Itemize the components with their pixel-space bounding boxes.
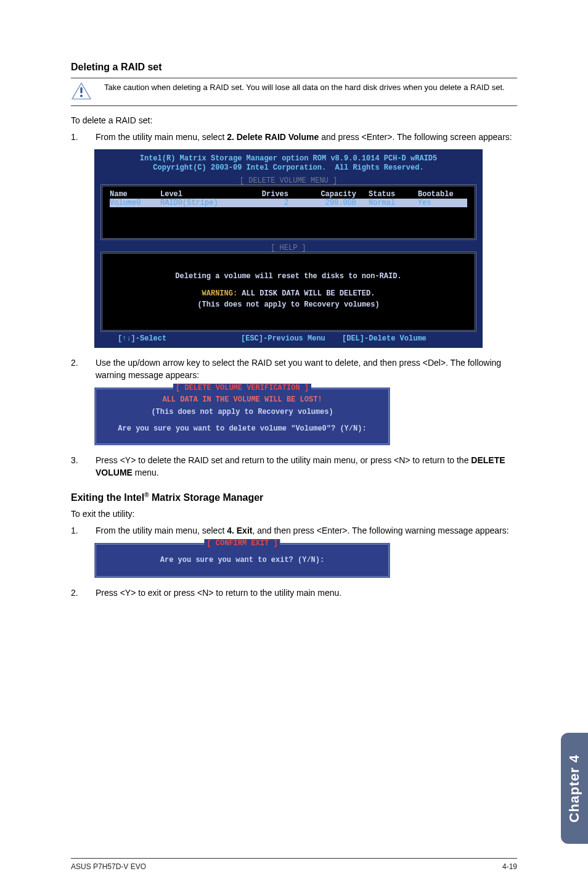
step-text: From the utility main menu, select 4. Ex…	[96, 524, 517, 537]
step-number: 3.	[71, 454, 80, 479]
step-number: 2.	[71, 357, 80, 382]
svg-rect-0	[80, 87, 82, 93]
help-line3: (This does not apply to Recovery volumes…	[110, 299, 467, 310]
dialog-confirm-exit: [ CONFIRM EXIT ] Are you sure you want t…	[94, 543, 390, 578]
divider	[71, 105, 517, 106]
list-item: 1. From the utility main menu, select 4.…	[71, 524, 517, 537]
svg-point-1	[80, 95, 83, 97]
dialog-prompt: Are you sure you want to exit? (Y/N):	[108, 555, 376, 566]
frame-label-help: [ HELP ]	[100, 244, 476, 252]
caution-callout: Take caution when deleting a RAID set. Y…	[71, 82, 517, 101]
table-row: Volume0 RAID0(Stripe) 2 298.0GB Normal Y…	[110, 199, 467, 207]
step-text: Use the up/down arrow key to select the …	[96, 357, 517, 382]
col-bootable: Bootable	[418, 190, 467, 199]
key-prev-menu: [ESC]-Previous Menu	[241, 334, 342, 343]
list-item: 3. Press <Y> to delete the RAID set and …	[71, 454, 517, 479]
step-number: 2.	[71, 587, 80, 599]
heading-exiting-intel: Exiting the Intel® Matrix Storage Manage…	[71, 492, 517, 503]
col-drives: Drives	[251, 190, 301, 199]
bios-delete-volume-screen: Intel(R) Matrix Storage Manager option R…	[94, 149, 483, 348]
table-header-row: Name Level Drives Capacity Status Bootab…	[110, 190, 467, 199]
list-item: 2. Press <Y> to exit or press <N> to ret…	[71, 587, 517, 599]
step-text: Press <Y> to exit or press <N> to return…	[96, 587, 517, 599]
chapter-tab: Chapter 4	[561, 733, 588, 844]
col-name: Name	[110, 190, 160, 199]
heading-deleting-raid: Deleting a RAID set	[71, 62, 517, 73]
step-number: 1.	[71, 131, 80, 143]
dialog-title: [ DELETE VOLUME VERIFICATION ]	[173, 384, 311, 392]
intro-exit: To exit the utility:	[71, 508, 517, 521]
dialog-delete-verification: [ DELETE VOLUME VERIFICATION ] ALL DATA …	[94, 387, 390, 445]
help-warning-line: WARNING: ALL DISK DATA WILL BE DELETED.	[110, 288, 467, 299]
caution-text: Take caution when deleting a RAID set. Y…	[104, 82, 505, 93]
bios-key-bar: [↑↓]-Select [ESC]-Previous Menu [DEL]-De…	[100, 332, 476, 344]
divider	[71, 78, 517, 78]
step-text: Press <Y> to delete the RAID set and ret…	[96, 454, 517, 479]
list-item: 1. From the utility main menu, select 2.…	[71, 131, 517, 143]
footer-right: 4-19	[502, 862, 517, 871]
bios-title-line2: Copyright(C) 2003-09 Intel Corporation. …	[100, 163, 476, 173]
col-level: Level	[160, 190, 251, 199]
key-select: [↑↓]-Select	[118, 334, 241, 343]
frame-label-delete: [ DELETE VOLUME MENU ]	[100, 176, 476, 185]
step-number: 1.	[71, 524, 80, 537]
list-item: 2. Use the up/down arrow key to select t…	[71, 357, 517, 382]
col-capacity: Capacity	[301, 190, 369, 199]
key-delete-volume: [DEL]-Delete Volume	[342, 334, 459, 343]
caution-icon	[71, 82, 92, 101]
bios-help-panel: Deleting a volume will reset the disks t…	[100, 252, 476, 332]
footer-left: ASUS P7H57D-V EVO	[71, 862, 146, 871]
col-status: Status	[369, 190, 418, 199]
dialog-warning-line: ALL DATA IN THE VOLUME WILL BE LOST!	[108, 394, 376, 406]
bios-title-line1: Intel(R) Matrix Storage Manager option R…	[100, 154, 476, 163]
help-line1: Deleting a volume will reset the disks t…	[110, 271, 467, 282]
dialog-line: (This does not apply to Recovery volumes…	[108, 406, 376, 418]
dialog-title: [ CONFIRM EXIT ]	[204, 539, 280, 548]
dialog-prompt: Are you sure you want to delete volume "…	[108, 423, 376, 435]
bios-volume-panel: Name Level Drives Capacity Status Bootab…	[100, 184, 476, 240]
step-text: From the utility main menu, select 2. De…	[96, 131, 517, 143]
intro-delete: To delete a RAID set:	[71, 115, 517, 127]
page-footer: ASUS P7H57D-V EVO 4-19	[71, 858, 517, 871]
chapter-tab-label: Chapter 4	[566, 754, 582, 822]
